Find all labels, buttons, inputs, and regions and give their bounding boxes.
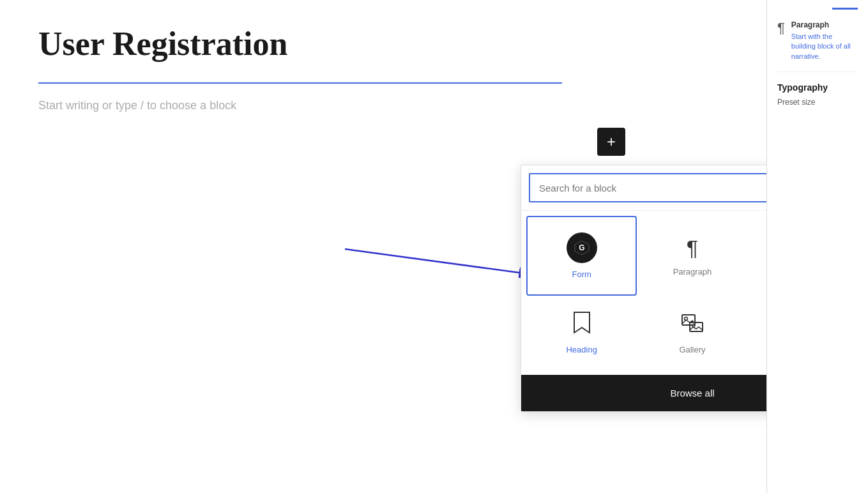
block-label-heading: Heading xyxy=(566,345,597,354)
svg-rect-8 xyxy=(690,322,703,331)
svg-text:G: G xyxy=(579,243,584,252)
block-item-heading[interactable]: Heading xyxy=(526,296,637,370)
page-title: User Registration xyxy=(38,26,728,62)
panel-accent-line xyxy=(832,8,858,10)
block-label-gallery: Gallery xyxy=(679,345,705,354)
typography-label: Typography xyxy=(777,82,858,93)
paragraph-subtitle: Start with the building block of all nar… xyxy=(791,32,858,61)
bookmark-svg xyxy=(572,311,592,334)
typography-section: Typography Preset size xyxy=(777,82,858,107)
form-icon: G xyxy=(567,232,597,263)
block-item-form[interactable]: G Form xyxy=(526,216,637,296)
preset-size-label: Preset size xyxy=(777,98,858,107)
block-label-paragraph: Paragraph xyxy=(673,267,712,277)
svg-rect-6 xyxy=(682,315,695,325)
paragraph-desc: Paragraph Start with the building block … xyxy=(791,20,858,61)
editor-placeholder: Start writing or type / to choose a bloc… xyxy=(38,99,728,112)
block-item-gallery[interactable]: Gallery xyxy=(637,296,747,370)
right-panel: ¶ Paragraph Start with the building bloc… xyxy=(766,0,868,493)
add-block-button[interactable]: + xyxy=(597,128,625,156)
bookmark-icon xyxy=(572,311,592,338)
block-label-form: Form xyxy=(572,269,591,279)
title-divider xyxy=(38,82,562,84)
gallery-svg xyxy=(681,311,704,334)
gallery-icon xyxy=(681,311,704,338)
paragraph-title: Paragraph xyxy=(791,20,858,31)
panel-pilcrow-icon: ¶ xyxy=(777,20,785,36)
form-svg-icon: G xyxy=(574,239,590,256)
paragraph-item: ¶ Paragraph Start with the building bloc… xyxy=(777,20,858,72)
pilcrow-icon: ¶ xyxy=(687,236,698,261)
block-item-paragraph[interactable]: ¶ Paragraph xyxy=(637,216,747,296)
